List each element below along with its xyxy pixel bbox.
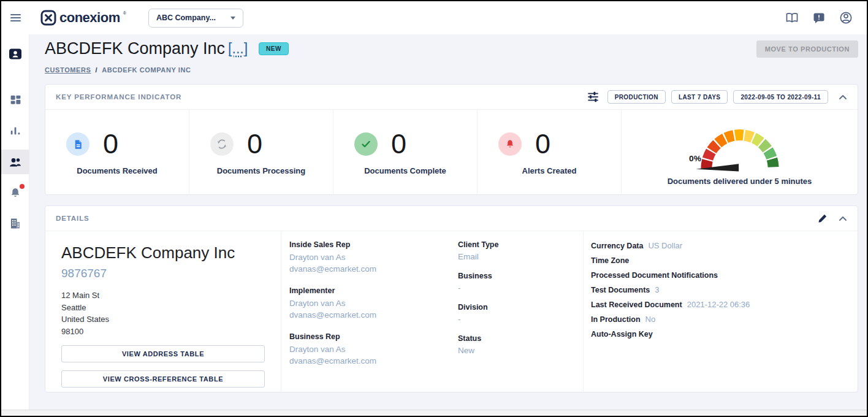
kpi-value: 0 (391, 130, 406, 158)
dashboard-icon (9, 94, 22, 107)
analytics-icon (9, 124, 21, 137)
feedback-icon[interactable] (812, 10, 826, 25)
sidebar-item-notifications[interactable] (1, 180, 29, 205)
client-column: Client Type Email Business - Division - (458, 240, 583, 392)
meta-row-in-production: In ProductionNo (591, 313, 858, 325)
gauge-caption: Documents delivered under 5 minutes (668, 177, 812, 186)
menu-icon[interactable] (1, 1, 29, 34)
contact-card-icon (9, 47, 22, 61)
company-id: 9876767 (61, 267, 265, 280)
alert-bell-icon (498, 132, 522, 156)
customers-icon (8, 156, 23, 168)
registered-mark: ® (123, 11, 126, 15)
contact-name: Drayton van As (289, 343, 458, 355)
contact-group-inside-sales-rep: Inside Sales Rep Drayton van As dvanas@e… (289, 240, 458, 275)
details-panel: DETAILS ABCDEFK Company Inc 9876767 (45, 205, 858, 392)
meta-row-test-documents: Test Documents3 (591, 284, 858, 296)
details-collapse-chevron-up-icon[interactable] (839, 216, 847, 221)
main-content: ABCDEFK Company Inc [...] NEW MOVE TO PR… (30, 34, 867, 410)
kpi-value: 0 (103, 130, 118, 158)
breadcrumb-customers-link[interactable]: CUSTOMERS (45, 66, 91, 74)
sync-icon (210, 132, 234, 156)
address-line: Seattle (61, 302, 265, 314)
company-summary: ABCDEFK Company Inc 9876767 12 Main St S… (45, 231, 281, 392)
kpi-card-documents-received: 0 Documents Received (45, 110, 189, 195)
address-line: 12 Main St (61, 289, 265, 302)
company-address: 12 Main St Seattle United States 98100 (61, 289, 265, 337)
horizontal-scrollbar[interactable] (1, 410, 867, 416)
conexiom-logo: conexiom ® (40, 10, 126, 26)
contact-email: dvanas@ecmarket.com (289, 355, 458, 367)
title-truncation-link[interactable]: [...] (228, 40, 248, 57)
address-line: United States (61, 313, 265, 326)
delivery-gauge: 0% Documents delivered under 5 minutes (622, 110, 858, 195)
company-icon (9, 217, 21, 230)
chevron-down-icon (230, 17, 235, 20)
notification-alert-dot (20, 184, 25, 189)
details-panel-title: DETAILS (56, 215, 89, 222)
filter-chip-range[interactable]: LAST 7 DAYS (671, 90, 728, 104)
kpi-card-alerts-created: 0 Alerts Created (478, 110, 622, 195)
meta-row-auto-assign-key: Auto-Assign Key (591, 328, 858, 340)
sidebar-item-analytics[interactable] (1, 118, 29, 143)
view-address-table-button[interactable]: VIEW ADDRESS TABLE (61, 345, 265, 362)
meta-row-timezone: Time Zone (591, 254, 858, 266)
gauge-value: 0% (689, 154, 701, 163)
sidebar-nav (1, 34, 29, 410)
sidebar-item-company[interactable] (1, 211, 29, 235)
edit-pencil-icon[interactable] (817, 213, 828, 224)
app-window: conexiom ® ABC Company... (0, 0, 868, 417)
view-cross-reference-table-button[interactable]: VIEW CROSS-REFERENCE TABLE (61, 370, 265, 388)
move-to-production-button[interactable]: MOVE TO PRODUCTION (756, 40, 858, 58)
contact-name: Drayton van As (289, 251, 458, 263)
meta-row-last-received: Last Received Document2021-12-22 06:36 (591, 299, 858, 310)
kpi-panel-title: KEY PERFORMANCE INDICATOR (56, 93, 181, 101)
docs-book-icon[interactable] (785, 10, 799, 25)
contact-group-business-rep: Business Rep Drayton van As dvanas@ecmar… (289, 332, 458, 367)
kpi-value: 0 (247, 130, 262, 158)
brand-name: conexiom (59, 10, 120, 26)
meta-row-notifications: Processed Document Notifications (591, 269, 858, 281)
page-title: ABCDEFK Company Inc (45, 39, 225, 58)
contact-email: dvanas@ecmarket.com (289, 309, 458, 321)
breadcrumb: CUSTOMERS / ABCDEFK COMPANY INC (45, 66, 858, 74)
contact-name: Drayton van As (289, 297, 458, 309)
meta-column: Currency DataUS Dollar Time Zone Process… (584, 231, 858, 392)
kpi-panel: KEY PERFORMANCE INDICATOR PRODUCTION (45, 84, 858, 195)
company-name: ABCDEFK Company Inc (61, 243, 265, 262)
address-line: 98100 (61, 326, 265, 338)
filter-chip-environment[interactable]: PRODUCTION (607, 90, 666, 104)
status-badge-new: NEW (259, 42, 289, 55)
check-icon (354, 132, 378, 156)
account-icon[interactable] (839, 10, 853, 25)
kpi-label: Alerts Created (478, 166, 621, 175)
business-field: Business - (458, 271, 583, 294)
filter-chip-dates[interactable]: 2022-09-05 TO 2022-09-11 (733, 90, 828, 104)
status-field: Status New (458, 334, 583, 356)
sidebar-item-dashboard[interactable] (1, 88, 29, 112)
contact-email: dvanas@ecmarket.com (289, 263, 458, 275)
kpi-value: 0 (535, 130, 550, 158)
kpi-card-documents-complete: 0 Documents Complete (333, 110, 478, 195)
kpi-collapse-chevron-up-icon[interactable] (839, 94, 847, 100)
division-field: Division - (458, 302, 583, 325)
kpi-card-documents-processing: 0 Documents Processing (189, 110, 333, 195)
breadcrumb-current: ABCDEFK COMPANY INC (102, 66, 191, 74)
kpi-label: Documents Received (45, 166, 189, 175)
gauge-chart: 0% (679, 115, 801, 175)
kpi-label: Documents Complete (333, 166, 477, 175)
page-header: ABCDEFK Company Inc [...] NEW MOVE TO PR… (45, 39, 858, 82)
document-icon (66, 132, 89, 156)
kpi-label: Documents Processing (189, 166, 333, 175)
company-selector-dropdown[interactable]: ABC Company... (148, 9, 243, 28)
filter-tune-icon[interactable] (587, 91, 600, 103)
top-bar: conexiom ® ABC Company... (1, 1, 867, 34)
company-selector-value: ABC Company... (156, 13, 216, 22)
sidebar-item-contact-card[interactable] (1, 42, 29, 66)
contact-group-implementer: Implementer Drayton van As dvanas@ecmark… (289, 286, 458, 321)
client-type-field: Client Type Email (458, 240, 583, 262)
contacts-column: Inside Sales Rep Drayton van As dvanas@e… (289, 240, 458, 392)
sidebar-item-customers[interactable] (1, 150, 29, 174)
conexiom-logo-icon (40, 10, 56, 26)
meta-row-currency: Currency DataUS Dollar (591, 240, 858, 251)
